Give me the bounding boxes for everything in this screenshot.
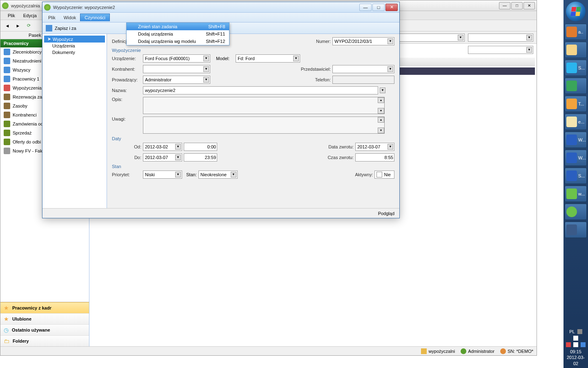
dialog-footer-podglad[interactable]: Podgląd <box>378 211 394 216</box>
chevron-down-icon: ▼ <box>203 66 209 72</box>
toolbar-refresh-button[interactable]: ⟳ <box>24 21 33 30</box>
start-button[interactable] <box>566 2 586 21</box>
task-item-5[interactable]: e... <box>565 114 587 130</box>
windows-icon <box>570 7 581 16</box>
menu-edycja[interactable]: Edycja <box>19 13 41 18</box>
task-item-1[interactable] <box>565 42 587 58</box>
combo-prowadzacy[interactable]: Administrator▼ <box>143 76 210 84</box>
task-item-2[interactable]: S... <box>565 60 587 76</box>
task-item-3[interactable] <box>565 78 587 94</box>
date-do[interactable]: 2012-03-07▼ <box>143 153 182 162</box>
main-maximize-button[interactable]: □ <box>511 2 523 9</box>
tree-root[interactable]: ➤Wypożycz <box>44 36 105 43</box>
dropdown-dodaj-urzadzenia[interactable]: Dodaj urządzenia Shift+F11 <box>127 30 229 38</box>
network-icon[interactable] <box>573 342 578 347</box>
checkbox-aktywny[interactable]: Nie <box>374 171 394 179</box>
tree-dokumenty[interactable]: Dokumenty <box>44 49 105 56</box>
app-icon <box>566 224 577 235</box>
app-icon <box>566 206 577 217</box>
label-nazwa: Nazwa: <box>112 88 141 93</box>
star-icon: ★ <box>4 316 9 322</box>
combo-numer[interactable]: WYPOŻ/2012/03/1▼ <box>332 37 394 45</box>
app-icon <box>566 63 577 73</box>
nav-bottom-ostatnio[interactable]: ◷Ostatnio używane <box>0 324 89 335</box>
tray-icon[interactable] <box>573 336 578 341</box>
task-item-7[interactable]: W... <box>565 150 587 166</box>
task-item-9[interactable]: w... <box>565 186 587 202</box>
label-data-zwrotu: Data zwrotu: <box>318 144 354 149</box>
checkbox-icon <box>376 172 382 177</box>
volume-icon[interactable] <box>566 342 571 347</box>
label-stan: Stan: <box>186 172 197 177</box>
tree-urzadzenia[interactable]: Urządzenia <box>44 43 105 49</box>
nav-bottom-foldery[interactable]: 🗀Foldery <box>0 335 89 346</box>
main-minimize-button[interactable]: — <box>499 2 510 9</box>
dialog-statusbar: Podgląd <box>42 208 399 218</box>
dialog-minimize-button[interactable]: — <box>359 4 372 11</box>
combo-stan[interactable]: Nieokreslone▼ <box>198 171 238 179</box>
textarea-opis[interactable]: ▴▾ <box>143 97 385 114</box>
chevron-down-icon: ▼ <box>526 47 532 53</box>
combo-urzadzenie[interactable]: Ford Focus (Fd00001)▼ <box>143 54 210 63</box>
key-icon <box>500 348 506 354</box>
label-numer: Numer: <box>295 39 331 44</box>
content-combo-2[interactable]: ▼ <box>468 34 533 42</box>
main-statusbar: wypożyczalni Administrator SN: *DEMO* <box>0 346 537 355</box>
menu-plik[interactable]: Plik <box>44 14 60 21</box>
time-od[interactable]: 0:00 <box>184 143 217 151</box>
task-item-10[interactable] <box>565 204 587 220</box>
toolbar-forward-button[interactable]: ► <box>13 21 22 30</box>
folder-icon: 🗀 <box>4 338 9 344</box>
combo-kontrahent[interactable]: ▼ <box>143 65 210 73</box>
nav-bottom-kadr[interactable]: ★Pracownicy z kadr <box>0 302 89 313</box>
combo-przedstawiciel[interactable]: ▼ <box>332 65 394 73</box>
task-item-4[interactable]: T... <box>565 96 587 112</box>
menu-czynnosci[interactable]: Czynności <box>80 13 110 21</box>
date-od[interactable]: 2012-03-02▼ <box>143 143 182 151</box>
dropdown-dodaj-wg-modelu[interactable]: Dodaj urządzenia wg modelu Shift+F12 <box>127 38 229 45</box>
lang-indicator[interactable]: PL <box>569 329 575 334</box>
nav-bottom-ulubione[interactable]: ★Ulubione <box>0 313 89 324</box>
dialog-maximize-button[interactable]: □ <box>372 4 385 11</box>
task-item-11[interactable] <box>565 222 587 238</box>
save-button[interactable]: Zapisz i za <box>55 26 76 31</box>
label-do: Do: <box>112 155 141 160</box>
flag-icon[interactable] <box>581 342 586 347</box>
label-telefon: Telefon: <box>295 77 331 82</box>
scroll-down-icon[interactable]: ▾ <box>378 108 384 114</box>
status-app: wypożyczalni <box>428 349 455 354</box>
task-item-8[interactable]: S... <box>565 168 587 184</box>
clock-icon: ◷ <box>4 327 9 333</box>
menu-widok[interactable]: Widok <box>60 14 80 21</box>
content-combo-3[interactable]: ▼ <box>468 46 533 54</box>
box-icon <box>4 121 10 127</box>
scroll-up-icon[interactable]: ▴ <box>378 117 384 123</box>
task-item-6[interactable]: W... <box>565 132 587 148</box>
star-icon: ★ <box>4 305 9 311</box>
scroll-up-icon[interactable]: ▴ <box>378 97 384 103</box>
label-prowadzacy: Prowadzący: <box>112 77 141 82</box>
people-icon <box>4 67 10 73</box>
task-item-0[interactable]: a.. <box>565 24 587 40</box>
input-nazwa[interactable]: wypozyczenie2 <box>143 86 378 94</box>
app-icon <box>566 99 577 109</box>
toolbar-back-button[interactable]: ◄ <box>3 21 12 30</box>
combo-model[interactable]: Fd: Ford▼ <box>236 54 300 63</box>
time-do[interactable]: 23:59 <box>184 153 217 162</box>
user-icon <box>461 348 466 354</box>
scroll-down-icon[interactable]: ▾ <box>378 128 384 133</box>
taskbar-clock[interactable]: 09:15 2012-03-02 <box>565 349 586 366</box>
status-user: Administrator <box>468 349 494 354</box>
app-icon <box>566 188 577 199</box>
keyboard-icon[interactable] <box>577 329 582 334</box>
dialog-close-button[interactable]: ✕ <box>385 4 398 11</box>
chevron-down-icon[interactable]: ▼ <box>380 88 385 93</box>
time-zwrotu[interactable]: 8:55 <box>355 153 394 162</box>
dropdown-zmien-stan[interactable]: Zmień stan zadania Shift+F8 <box>127 23 229 30</box>
combo-priorytet[interactable]: Niski▼ <box>143 171 182 179</box>
menu-plik[interactable]: Plik <box>4 13 19 18</box>
label-opis: Opis: <box>112 97 141 102</box>
date-zwrotu[interactable]: 2012-03-07▼ <box>355 143 394 151</box>
textarea-uwagi[interactable]: ▴▾ <box>143 117 385 134</box>
main-close-button[interactable]: ✕ <box>523 2 535 9</box>
